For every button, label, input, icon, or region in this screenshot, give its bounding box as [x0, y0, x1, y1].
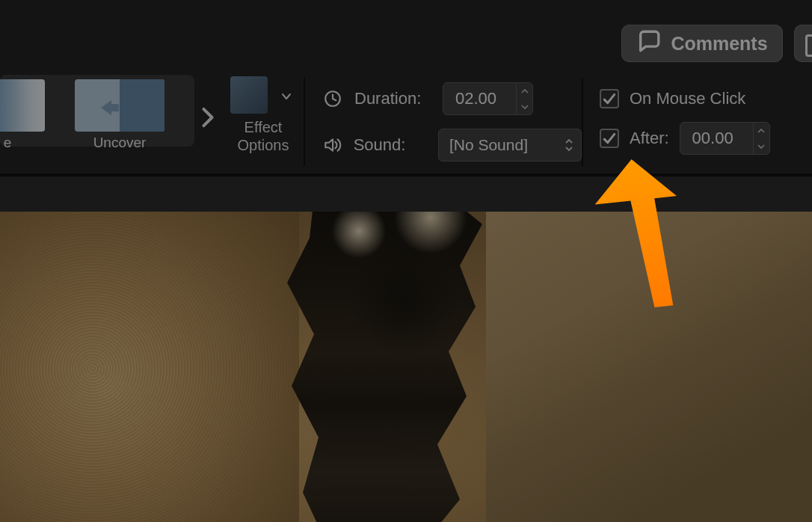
- sound-dropdown[interactable]: [No Sound]: [438, 129, 582, 162]
- slide-canvas[interactable]: [0, 212, 812, 522]
- sound-label: Sound:: [354, 135, 428, 155]
- transition-label-partial: e: [0, 135, 45, 151]
- sound-value: [No Sound]: [449, 136, 528, 154]
- duration-step-up[interactable]: [517, 83, 532, 99]
- transitions-ribbon: e Uncover Effect Options Duration:: [0, 70, 812, 175]
- ribbon-area: Comments e Uncover Effect Options: [0, 0, 812, 212]
- on-mouse-click-label: On Mouse Click: [630, 89, 745, 108]
- effect-options-button[interactable]: Effect Options: [223, 70, 304, 174]
- duration-value[interactable]: 02.00: [443, 89, 516, 108]
- comment-icon: [636, 28, 662, 58]
- sound-icon: [322, 135, 343, 155]
- comments-label: Comments: [671, 33, 767, 55]
- svg-marker-1: [326, 139, 333, 150]
- slide-image-trunk: [269, 212, 493, 522]
- gallery-more-button[interactable]: [201, 107, 215, 131]
- transition-thumbnail-partial[interactable]: [0, 79, 45, 132]
- duration-label: Duration:: [354, 89, 432, 108]
- duration-spinner[interactable]: 02.00: [443, 82, 533, 115]
- transition-label-uncover: Uncover: [75, 135, 164, 151]
- after-value[interactable]: 00.00: [680, 129, 753, 148]
- effect-options-thumb: [230, 76, 268, 114]
- after-spinner[interactable]: 00.00: [680, 122, 770, 155]
- clock-icon: [322, 89, 344, 108]
- transition-thumbnail-uncover[interactable]: [75, 79, 164, 132]
- after-checkbox[interactable]: [600, 129, 619, 148]
- sub-toolbar-strip: [0, 175, 812, 212]
- slide-image-bear: [0, 212, 299, 522]
- arrow-left-icon: [101, 100, 111, 115]
- advance-slide-group: On Mouse Click After: 00.00: [583, 70, 812, 174]
- slide-background-right: [486, 212, 812, 522]
- after-step-up[interactable]: [754, 123, 769, 138]
- transition-gallery[interactable]: e Uncover: [0, 70, 223, 175]
- chevron-down-icon: [281, 90, 292, 103]
- share-button-partial[interactable]: [794, 25, 812, 62]
- duration-step-down[interactable]: [517, 99, 532, 114]
- comments-button[interactable]: Comments: [621, 25, 783, 62]
- effect-options-label: Effect Options: [238, 118, 289, 154]
- after-label: After:: [630, 129, 669, 148]
- on-mouse-click-checkbox[interactable]: [600, 89, 619, 108]
- after-step-down[interactable]: [754, 138, 769, 154]
- timing-group: Duration: 02.00 Sound:: [305, 70, 582, 174]
- updown-chevron-icon: [565, 139, 573, 151]
